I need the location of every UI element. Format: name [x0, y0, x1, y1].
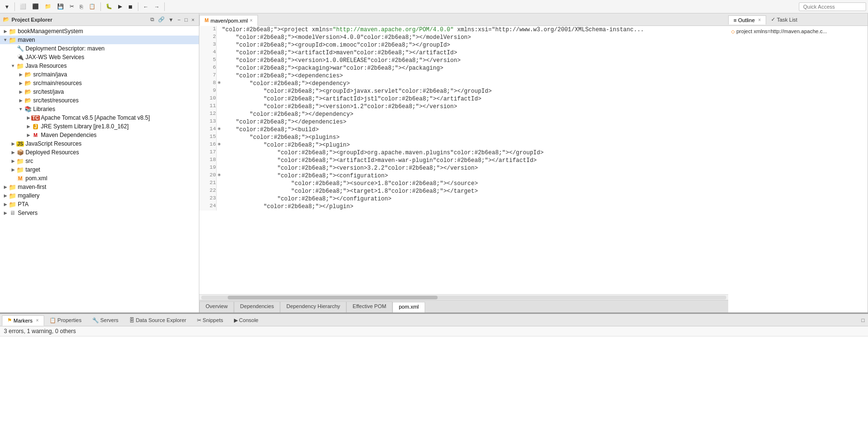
tree-item-libs[interactable]: ▼📚Libraries — [0, 105, 199, 113]
tree-toggle[interactable]: ▶ — [25, 124, 32, 129]
tree-item-jax[interactable]: 🔌JAX-WS Web Services — [0, 53, 199, 62]
tree-item-jsRes[interactable]: ▶JSJavaScript Resources — [0, 139, 199, 148]
editor-tab-pomxml[interactable]: M maven/pom.xml × — [199, 15, 258, 26]
tree-item-javaRes[interactable]: ▼📁Java Resources — [0, 62, 199, 70]
toolbar-btn-debug[interactable]: 🐛 — [103, 2, 115, 11]
quick-access-input[interactable] — [799, 2, 866, 11]
editor-bottom-tab-effective-pom[interactable]: Effective POM — [346, 301, 392, 312]
code-line-content[interactable]: "color:#2b6ea8;"><project xmlns="http://… — [222, 26, 728, 34]
tab-tasklist[interactable]: ✓ Task List — [766, 15, 802, 24]
collapse-all-btn[interactable]: ⧉ — [149, 16, 156, 23]
tree-item-mgallery[interactable]: ▶📁mgallery — [0, 191, 199, 200]
tree-item-mavenDep[interactable]: ▶MMaven Dependencies — [0, 131, 199, 139]
code-line-content[interactable]: "color:#2b6ea8;"></dependency> — [222, 111, 728, 118]
code-line-content[interactable]: "color:#2b6ea8;"><target>1.8"color:#2b6e… — [222, 187, 728, 195]
outline-item[interactable]: ◇ project xmlns=http://maven.apache.c... — [730, 28, 866, 35]
toolbar-btn-forward[interactable]: → — [152, 2, 162, 11]
bottom-tab-markers[interactable]: ⚑ Markers× — [2, 315, 44, 326]
editor-bottom-tab-pom.xml[interactable]: pom.xml — [392, 302, 425, 312]
tree-item-servers[interactable]: ▶🖥Servers — [0, 209, 199, 217]
tree-toggle[interactable]: ▶ — [25, 115, 32, 120]
tree-item-target[interactable]: ▶📁target — [0, 165, 199, 174]
code-line-content[interactable]: "color:#2b6ea8;"><modelVersion>4.0.0"col… — [222, 34, 728, 41]
code-line-content[interactable]: "color:#2b6ea8;"><artifactId>maven-war-p… — [222, 157, 728, 164]
bottom-tab-servers[interactable]: 🔧 Servers — [87, 315, 124, 325]
tree-toggle[interactable]: ▶ — [10, 167, 16, 172]
toolbar-btn-4[interactable]: 📁 — [42, 2, 54, 11]
toolbar-btn-back[interactable]: ← — [141, 2, 151, 11]
editor-bottom-tab-overview[interactable]: Overview — [199, 301, 234, 312]
tree-item-srcMain[interactable]: ▶📂src/main/java — [0, 70, 199, 79]
tree-item-mavenFirst[interactable]: ▶📁maven-first — [0, 183, 199, 191]
toolbar-btn-8[interactable]: 📋 — [86, 2, 98, 11]
tree-toggle[interactable]: ▶ — [10, 150, 16, 155]
code-line-content[interactable]: "color:#2b6ea8;"><plugin> — [222, 141, 728, 149]
tree-toggle[interactable]: ▶ — [2, 211, 9, 215]
tree-item-bookMgmt[interactable]: ▶📁bookManagementSystem — [0, 27, 199, 36]
tree-item-pta[interactable]: ▶📁PTA — [0, 200, 199, 209]
tree-item-jre[interactable]: ▶JJRE System Library [jre1.8.0_162] — [0, 122, 199, 131]
editor-tab-close[interactable]: × — [250, 18, 253, 23]
tree-toggle[interactable]: ▼ — [10, 63, 16, 68]
toolbar-btn-2[interactable]: ⬜ — [17, 2, 29, 11]
code-line-content[interactable]: "color:#2b6ea8;"><packaging>war"color:#2… — [222, 64, 728, 72]
code-line-content[interactable]: "color:#2b6ea8;"><source>1.8"color:#2b6e… — [222, 180, 728, 187]
code-line-content[interactable]: "color:#2b6ea8;"><groupId>com.imooc"colo… — [222, 41, 728, 49]
tree-item-srcTestRes[interactable]: ▶📂src/test/resources — [0, 96, 199, 105]
tree-toggle[interactable]: ▶ — [17, 89, 24, 94]
tree-toggle[interactable]: ▶ — [2, 29, 9, 34]
code-line-content[interactable]: "color:#2b6ea8;"><build> — [222, 126, 728, 134]
tree-toggle[interactable]: ▶ — [17, 72, 24, 77]
code-line-content[interactable]: "color:#2b6ea8;"><version>1.0.0RELEASE"c… — [222, 57, 728, 64]
code-line-content[interactable]: "color:#2b6ea8;"></configuration> — [222, 195, 728, 203]
view-menu-btn[interactable]: ▼ — [167, 16, 175, 23]
editor-bottom-tab-dependencies[interactable]: Dependencies — [234, 301, 280, 312]
toolbar-btn-1[interactable]: ▼ — [2, 2, 12, 11]
toolbar-btn-5[interactable]: 💾 — [55, 2, 66, 11]
tree-item-pomxml[interactable]: Mpom.xml — [0, 174, 199, 183]
minimize-btn[interactable]: − — [176, 16, 182, 23]
tree-toggle[interactable]: ▶ — [17, 98, 24, 103]
bottom-maximize-btn[interactable]: □ — [860, 317, 866, 323]
tree-item-srcDir[interactable]: ▶📁src — [0, 157, 199, 165]
bottom-tab-data-source-explorer[interactable]: 🗄 Data Source Explorer — [124, 315, 192, 325]
h-scrollbar[interactable] — [199, 294, 728, 300]
toolbar-btn-3[interactable]: ⬛ — [30, 2, 41, 11]
tree-toggle[interactable]: ▶ — [25, 133, 32, 137]
code-line-content[interactable]: "color:#2b6ea8;"><groupId>org.apache.mav… — [222, 149, 728, 157]
code-line-content[interactable]: "color:#2b6ea8;"></dependencies> — [222, 118, 728, 126]
bottom-tab-console[interactable]: ▶ Console — [229, 315, 264, 325]
code-line-content[interactable]: "color:#2b6ea8;"><dependency> — [222, 80, 728, 87]
bottom-tab-snippets[interactable]: ✂ Snippets — [192, 315, 229, 325]
tree-toggle[interactable]: ▶ — [2, 193, 9, 198]
code-line-content[interactable]: "color:#2b6ea8;"><version>3.2.2"color:#2… — [222, 164, 728, 172]
toolbar-btn-6[interactable]: ✂ — [67, 2, 76, 11]
outline-close[interactable]: × — [758, 17, 761, 23]
code-line-content[interactable]: "color:#2b6ea8;"><dependencies> — [222, 72, 728, 80]
tree-toggle[interactable]: ▼ — [2, 37, 9, 42]
tree-item-maven[interactable]: ▼📁maven — [0, 36, 199, 44]
tree-toggle[interactable]: ▶ — [10, 141, 16, 146]
toolbar-btn-stop[interactable]: ⏹ — [125, 2, 135, 11]
tree-item-deploy[interactable]: 🔧Deployment Descriptor: maven — [0, 44, 199, 53]
tab-outline[interactable]: ≡ Outline × — [728, 15, 766, 25]
bottom-tab-properties[interactable]: 📋 Properties — [44, 315, 87, 325]
link-with-editor-btn[interactable]: 🔗 — [157, 16, 166, 23]
maximize-btn[interactable]: □ — [183, 16, 189, 23]
code-line-content[interactable]: "color:#2b6ea8;"><groupId>javax.servlet"… — [222, 87, 728, 95]
code-line-content[interactable]: "color:#2b6ea8;"><version>1.2"color:#2b6… — [222, 103, 728, 111]
code-editor[interactable]: 1"color:#2b6ea8;"><project xmlns="http:/… — [199, 26, 728, 294]
tree-toggle[interactable]: ▶ — [17, 81, 24, 86]
tree-toggle[interactable]: ▶ — [10, 159, 16, 163]
toolbar-btn-7[interactable]: ⎘ — [77, 2, 86, 11]
toolbar-btn-run[interactable]: ▶ — [116, 2, 124, 11]
tree-toggle[interactable]: ▶ — [2, 202, 9, 207]
bottom-tab-close[interactable]: × — [36, 318, 39, 323]
code-line-content[interactable]: "color:#2b6ea8;"></plugin> — [222, 203, 728, 211]
tree-item-srcMainRes[interactable]: ▶📂src/main/resources — [0, 79, 199, 87]
code-line-content[interactable]: "color:#2b6ea8;"><configuration> — [222, 172, 728, 180]
tree-toggle[interactable]: ▶ — [2, 185, 9, 189]
tree-item-tomcat[interactable]: ▶TCApache Tomcat v8.5 [Apache Tomcat v8.… — [0, 113, 199, 122]
editor-bottom-tab-dependency-hierarchy[interactable]: Dependency Hierarchy — [280, 301, 346, 312]
close-panel-btn[interactable]: × — [190, 16, 196, 23]
